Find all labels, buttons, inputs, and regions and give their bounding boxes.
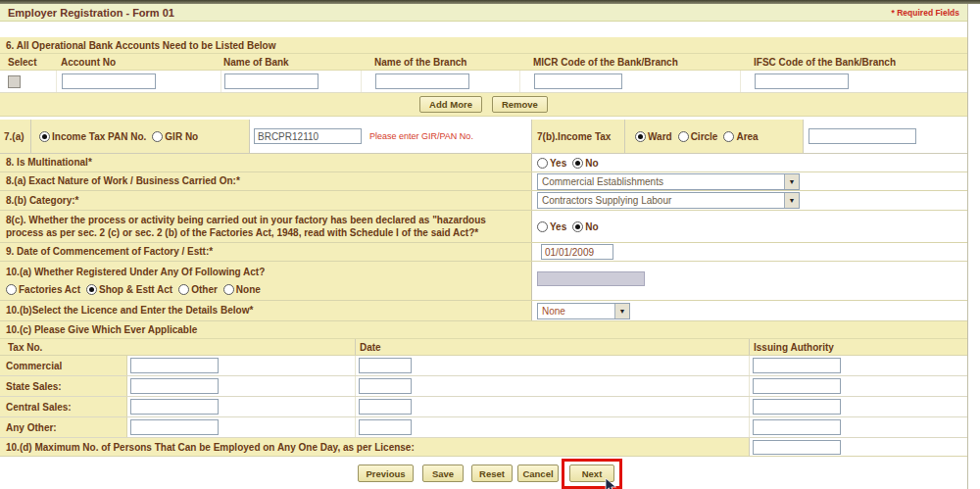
cancel-button[interactable]: Cancel (517, 465, 559, 482)
circle-radio[interactable] (678, 131, 689, 142)
page-title: Employer Registration - Form 01 (8, 7, 174, 19)
nature-of-work-value: Commercial Establishments (538, 176, 667, 187)
registration-number-disabled-input (537, 271, 645, 286)
state-sales-date-input[interactable] (359, 378, 412, 394)
any-other-date-input[interactable] (359, 419, 412, 435)
tax-row-label: Any Other: (0, 417, 127, 437)
tax-row-label: State Sales: (0, 376, 127, 396)
row-8b-category: 8.(b) Category:* Contractors Supplying L… (0, 191, 967, 211)
hazardous-radio-group: Yes No (532, 211, 967, 242)
col-issuing-authority: Issuing Authority (750, 339, 967, 355)
employer-registration-form: Employer Registration - Form 01 * Requir… (0, 4, 968, 489)
col-date: Date (356, 339, 750, 355)
max-persons-input[interactable] (753, 440, 841, 455)
pan-value-cell: Please enter GIR/PAN No. (250, 120, 532, 153)
bank-select-checkbox[interactable] (8, 75, 21, 88)
spacer (0, 22, 967, 37)
hazardous-yes-radio[interactable] (537, 221, 548, 232)
row-7-pan: 7.(a) Income Tax PAN No. GIR No Please e… (0, 120, 967, 154)
category-select[interactable]: Contractors Supplying Labour ▼ (537, 192, 800, 209)
add-more-button[interactable]: Add More (419, 96, 482, 113)
tax-row-commercial: Commercial (0, 356, 967, 376)
ward-radio[interactable] (635, 131, 646, 142)
col-bank-name: Name of Bank (220, 57, 361, 68)
row7b-label: 7(b).Income Tax (532, 120, 625, 153)
hazardous-no-radio[interactable] (572, 221, 583, 232)
area-radio[interactable] (723, 131, 734, 142)
registered-acts-radio-group: Factories Act Shop & Estt Act Other None (6, 283, 267, 297)
income-tax-ward-input[interactable] (808, 128, 916, 144)
commercial-authority-input[interactable] (753, 358, 841, 373)
registered-acts-cell: 10.(a) Whether Registered Under Any Of F… (0, 262, 532, 300)
pan-radio-label: Income Tax PAN No. (52, 131, 146, 142)
commercial-date-input[interactable] (359, 358, 412, 373)
multinational-no-label: No (585, 158, 598, 169)
branch-name-input[interactable] (375, 73, 469, 89)
micr-code-input[interactable] (534, 73, 622, 89)
row-8a-nature-of-work: 8.(a) Exact Nature of Work / Business Ca… (0, 172, 967, 191)
state-sales-tax-no-input[interactable] (130, 378, 219, 394)
col-micr-code: MICR Code of the Bank/Branch (519, 57, 740, 68)
section6-heading: 6. All Operational Bank Accounts Need to… (0, 37, 967, 54)
multinational-radio-group: Yes No (532, 154, 967, 171)
tax-row-label: Commercial (0, 356, 127, 375)
col-select: Select (0, 57, 56, 68)
bank-name-input[interactable] (224, 73, 318, 89)
nature-of-work-select[interactable]: Commercial Establishments ▼ (537, 173, 800, 190)
hazardous-no-label: No (585, 221, 598, 232)
nature-of-work-label: 8.(a) Exact Nature of Work / Business Ca… (0, 172, 532, 190)
next-button[interactable]: Next (569, 465, 614, 482)
any-other-tax-no-input[interactable] (130, 419, 219, 435)
gir-radio[interactable] (152, 131, 163, 142)
shop-estt-act-radio[interactable] (86, 284, 97, 295)
none-act-radio[interactable] (223, 284, 234, 295)
bank-actions-row: Add More Remove (0, 93, 967, 117)
col-ifsc-code: IFSC Code of the Bank/Branch (740, 57, 967, 68)
other-act-label: Other (191, 283, 218, 297)
required-fields-note: * Required Fields (892, 8, 959, 18)
any-other-authority-input[interactable] (753, 419, 841, 435)
factories-act-radio[interactable] (6, 284, 17, 295)
col-tax-no: Tax No. (0, 339, 356, 355)
central-sales-authority-input[interactable] (753, 399, 841, 415)
multinational-no-radio[interactable] (572, 158, 583, 169)
previous-button[interactable]: Previous (358, 465, 414, 482)
pan-hint-text: Please enter GIR/PAN No. (369, 131, 473, 141)
area-radio-label: Area (736, 131, 758, 142)
multinational-label: 8. Is Multinational* (0, 154, 532, 171)
category-label: 8.(b) Category:* (0, 191, 532, 210)
state-sales-authority-input[interactable] (753, 378, 841, 394)
row-10a-registered-acts: 10.(a) Whether Registered Under Any Of F… (0, 262, 967, 301)
col-account-no: Account No (56, 57, 220, 68)
tax-table-header: Tax No. Date Issuing Authority (0, 339, 967, 356)
hazardous-process-label: 8(c). Whether the process or activity be… (0, 211, 532, 242)
bank-account-row (0, 71, 967, 93)
dropdown-arrow-icon: ▼ (614, 304, 629, 318)
circle-radio-label: Circle (691, 131, 718, 142)
income-tax-radio-group: Ward Circle Area (625, 120, 804, 153)
pan-gir-radio-group: Income Tax PAN No. GIR No (31, 120, 250, 153)
commercial-tax-no-input[interactable] (130, 358, 219, 373)
row-10b-licence: 10.(b)Select the Licence and Enter the D… (0, 301, 967, 321)
licence-label: 10.(b)Select the Licence and Enter the D… (0, 301, 532, 320)
pan-radio[interactable] (39, 131, 50, 142)
save-button[interactable]: Save (422, 465, 464, 482)
registered-acts-label: 10.(a) Whether Registered Under Any Of F… (6, 266, 265, 279)
central-sales-date-input[interactable] (359, 399, 412, 415)
commencement-date-input[interactable] (541, 244, 613, 260)
licence-select[interactable]: None ▼ (537, 303, 630, 319)
multinational-yes-label: Yes (550, 158, 566, 169)
ifsc-code-input[interactable] (755, 73, 849, 89)
gir-radio-label: GIR No (165, 131, 198, 142)
row-9-commencement-date: 9. Date of Commencement of Factory / Est… (0, 243, 967, 262)
remove-button[interactable]: Remove (492, 96, 548, 113)
other-act-radio[interactable] (178, 284, 189, 295)
central-sales-tax-no-input[interactable] (130, 399, 219, 415)
reset-button[interactable]: Reset (471, 465, 513, 482)
income-tax-value-cell (804, 120, 967, 153)
account-no-input[interactable] (62, 73, 156, 89)
multinational-yes-radio[interactable] (537, 158, 548, 169)
dropdown-arrow-icon: ▼ (784, 193, 799, 208)
pan-number-input[interactable] (254, 128, 362, 144)
row-8c-hazardous: 8(c). Whether the process or activity be… (0, 211, 967, 243)
